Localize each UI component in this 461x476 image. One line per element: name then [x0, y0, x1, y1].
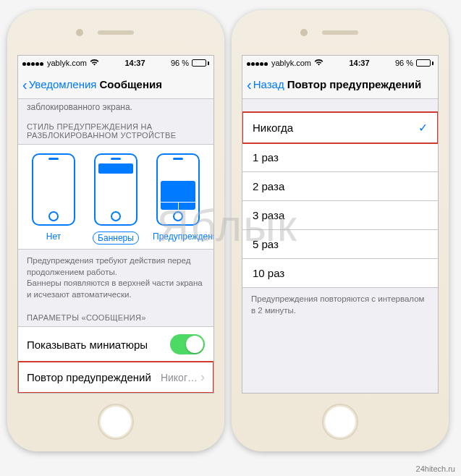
alert-style-alerts-label: Предупреждения — [153, 231, 213, 242]
battery-icon — [416, 59, 433, 67]
phone-camera — [76, 29, 83, 36]
status-bar: yablyk.com 14:37 96 % — [242, 56, 438, 70]
repeat-options-list: Никогда✓1 раз2 раза3 раза5 раз10 раз — [242, 112, 438, 288]
section-header-alert-style: СТИЛЬ ПРЕДУПРЕЖДЕНИЯ НА РАЗБЛОКИРОВАННОМ… — [18, 112, 213, 144]
repeat-option-label: 10 раз — [253, 267, 284, 279]
repeat-option[interactable]: 5 раз — [242, 230, 438, 259]
phone-glyph-banner-icon — [94, 153, 138, 226]
battery-percent: 96 % — [171, 59, 189, 67]
repeat-option[interactable]: 10 раз — [242, 259, 438, 288]
repeat-option-label: 1 раз — [253, 151, 279, 163]
phone-camera — [300, 29, 308, 36]
carrier-label: yablyk.com — [47, 59, 87, 67]
credit-label: 24hitech.ru — [416, 464, 455, 473]
home-button[interactable] — [322, 404, 358, 440]
status-time: 14:37 — [124, 59, 145, 67]
home-button[interactable] — [98, 404, 134, 440]
back-button[interactable]: ‹ Назад — [247, 77, 284, 92]
status-bar: yablyk.com 14:37 96 % — [18, 56, 213, 70]
page-title: Сообщения — [99, 78, 209, 90]
alert-style-banners-label: Баннеры — [93, 231, 139, 245]
battery-percent: 96 % — [395, 59, 413, 67]
repeat-alerts-cell[interactable]: Повтор предупреждений Никог… › — [18, 362, 213, 393]
repeat-option[interactable]: Никогда✓ — [242, 112, 438, 143]
back-label: Назад — [253, 78, 284, 90]
chevron-right-icon: › — [200, 370, 205, 385]
repeat-option-label: Никогда — [253, 122, 293, 134]
nav-bar: ‹ Уведомления Сообщения — [18, 70, 213, 99]
truncated-text: заблокированного экрана. — [18, 99, 213, 112]
repeat-alerts-label: Повтор предупреждений — [27, 371, 151, 383]
page-title: Повтор предупреждений — [287, 78, 433, 90]
carrier-label: yablyk.com — [271, 59, 311, 67]
back-label: Уведомления — [29, 78, 97, 90]
screen-left: yablyk.com 14:37 96 % ‹ Уведомления — [17, 55, 214, 394]
signal-dots-icon — [22, 59, 44, 67]
repeat-option-label: 3 раза — [253, 209, 284, 221]
alert-style-group: Нет Баннеры Предупреждения — [18, 144, 213, 250]
wifi-icon — [314, 59, 323, 67]
alert-style-footer: Предупреждения требуют действия перед пр… — [18, 250, 213, 303]
nav-bar: ‹ Назад Повтор предупреждений — [242, 70, 438, 99]
chevron-left-icon: ‹ — [22, 77, 28, 92]
repeat-option-label: 2 раза — [253, 180, 284, 192]
repeat-option[interactable]: 3 раза — [242, 201, 438, 230]
phone-left: yablyk.com 14:37 96 % ‹ Уведомления — [7, 10, 224, 451]
alert-style-banners[interactable]: Баннеры — [90, 153, 141, 245]
phone-glyph-none-icon — [32, 153, 75, 226]
show-thumbnails-cell[interactable]: Показывать миниатюры — [18, 326, 213, 362]
phone-speaker — [322, 30, 358, 35]
alert-style-alerts[interactable]: Предупреждения — [153, 153, 203, 245]
wifi-icon — [90, 59, 99, 67]
screen-right: yablyk.com 14:37 96 % ‹ Назад — [242, 55, 439, 394]
alert-style-none-label: Нет — [46, 231, 61, 242]
repeat-option[interactable]: 2 раза — [242, 172, 438, 201]
status-time: 14:37 — [349, 59, 369, 67]
phone-right: yablyk.com 14:37 96 % ‹ Назад — [232, 10, 449, 451]
back-button[interactable]: ‹ Уведомления — [22, 77, 96, 92]
repeat-option-label: 5 раз — [253, 238, 279, 250]
battery-icon — [192, 59, 209, 67]
phone-glyph-alert-icon — [156, 153, 200, 226]
signal-dots-icon — [247, 59, 268, 67]
phone-speaker — [98, 30, 134, 35]
repeat-footer: Предупреждения повторяются с интервалом … — [242, 288, 438, 319]
repeat-alerts-value: Никог… — [161, 372, 198, 383]
show-thumbnails-toggle[interactable] — [170, 334, 205, 354]
chevron-left-icon: ‹ — [247, 77, 252, 92]
repeat-option[interactable]: 1 раз — [242, 143, 438, 172]
checkmark-icon: ✓ — [418, 121, 428, 135]
alert-style-none[interactable]: Нет — [28, 153, 79, 245]
section-header-params: ПАРАМЕТРЫ «СООБЩЕНИЯ» — [18, 303, 213, 326]
show-thumbnails-label: Показывать миниатюры — [27, 339, 148, 351]
